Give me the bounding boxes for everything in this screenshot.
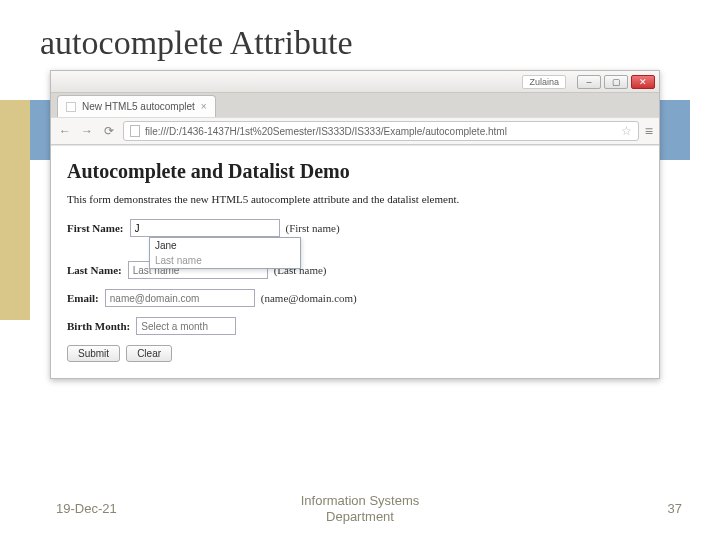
nav-toolbar: ← → ⟳ file:///D:/1436-1437H/1st%20Semest…: [51, 117, 659, 145]
page-heading: Autocomplete and Datalist Demo: [67, 160, 643, 183]
email-input[interactable]: [105, 289, 255, 307]
last-name-label: Last Name:: [67, 264, 122, 276]
email-hint: (name@domain.com): [261, 292, 357, 304]
slide-body: Zulaina – ▢ ✕ New HTML5 autocomplet × ← …: [40, 70, 680, 430]
back-button[interactable]: ←: [57, 123, 73, 139]
clear-button[interactable]: Clear: [126, 345, 172, 362]
slide-footer: 19-Dec-21 Information Systems Department…: [0, 501, 720, 516]
minimize-button[interactable]: –: [577, 75, 601, 89]
footer-date: 19-Dec-21: [56, 501, 117, 516]
tab-close-icon[interactable]: ×: [201, 101, 207, 112]
close-button[interactable]: ✕: [631, 75, 655, 89]
autocomplete-option[interactable]: Jane: [150, 238, 300, 253]
first-name-label: First Name:: [67, 222, 124, 234]
browser-tab[interactable]: New HTML5 autocomplet ×: [57, 95, 216, 117]
email-row: Email: (name@domain.com): [67, 289, 643, 307]
maximize-button[interactable]: ▢: [604, 75, 628, 89]
autocomplete-placeholder-row: Last name: [150, 253, 300, 268]
form-button-row: Submit Clear: [67, 345, 643, 362]
url-text: file:///D:/1436-1437H/1st%20Semester/IS3…: [145, 126, 616, 137]
menu-button[interactable]: ≡: [645, 123, 653, 139]
first-name-row: First Name: (First name) Jane Last name: [67, 219, 643, 237]
birth-month-label: Birth Month:: [67, 320, 130, 332]
window-titlebar: Zulaina – ▢ ✕: [51, 71, 659, 93]
footer-department: Information Systems Department: [301, 493, 420, 524]
file-scheme-icon: [130, 125, 140, 137]
reload-button[interactable]: ⟳: [101, 123, 117, 139]
submit-button[interactable]: Submit: [67, 345, 120, 362]
address-bar[interactable]: file:///D:/1436-1437H/1st%20Semester/IS3…: [123, 121, 639, 141]
accent-gold-bar: [0, 100, 30, 320]
birth-month-row: Birth Month:: [67, 317, 643, 335]
footer-page-number: 37: [668, 501, 682, 516]
tab-title: New HTML5 autocomplet: [82, 101, 195, 112]
autocomplete-popup[interactable]: Jane Last name: [149, 237, 301, 269]
first-name-input[interactable]: [130, 219, 280, 237]
slide-title: autocomplete Attribute: [0, 0, 720, 70]
forward-button[interactable]: →: [79, 123, 95, 139]
browser-window: Zulaina – ▢ ✕ New HTML5 autocomplet × ← …: [50, 70, 660, 379]
page-viewport: Autocomplete and Datalist Demo This form…: [51, 145, 659, 378]
email-label: Email:: [67, 292, 99, 304]
first-name-hint: (First name): [286, 222, 340, 234]
file-favicon-icon: [66, 102, 76, 112]
birth-month-input[interactable]: [136, 317, 236, 335]
page-description: This form demonstrates the new HTML5 aut…: [67, 193, 643, 205]
bookmark-star-icon[interactable]: ☆: [621, 124, 632, 138]
tab-strip: New HTML5 autocomplet ×: [51, 93, 659, 117]
user-badge: Zulaina: [522, 75, 566, 89]
